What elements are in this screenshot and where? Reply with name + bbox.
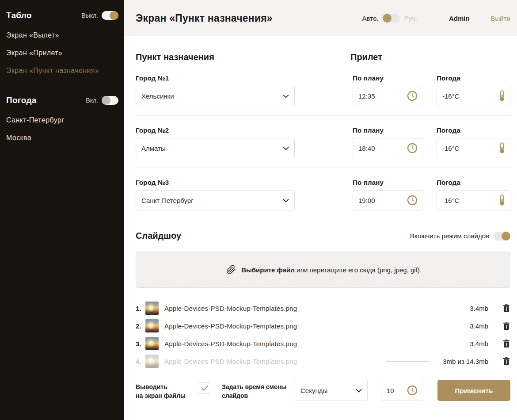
city-1-label: Город №1 [136, 74, 295, 82]
chevron-down-icon [283, 94, 289, 98]
slide-interval-label: Задать время смены слайдов [222, 380, 293, 400]
plan-3-value: 19:00 [358, 197, 375, 204]
weather-2-label: Погода [437, 126, 510, 134]
city-3-value: Санкт-Петербург [141, 197, 194, 204]
auto-manual-toggle[interactable] [383, 14, 399, 23]
file-number: 1. [136, 305, 145, 312]
sidebar-item-departure-screen[interactable]: Экран «Вылет» [6, 27, 118, 44]
plan-3-label: По плану [353, 179, 423, 186]
file-name: Apple-Devices-PSD-Mockup-Templates.png [164, 358, 297, 365]
city-3-select[interactable]: Санкт-Петербург [136, 190, 295, 210]
delete-file-button[interactable] [502, 357, 510, 366]
apply-button[interactable]: Применить [437, 380, 510, 401]
file-row-1: 1. Apple-Devices-PSD-Mockup-Templates.pn… [136, 299, 510, 317]
display-files-label: Выводить на экран файлы [136, 380, 195, 400]
interval-value: 10 [387, 387, 394, 394]
slideshow-toggle[interactable] [494, 232, 510, 241]
city-1-value: Хельсинки [141, 92, 174, 100]
logout-link[interactable]: Выйти [491, 15, 510, 22]
city-2-value: Алматы [141, 145, 166, 152]
plan-1-value: 12:35 [358, 92, 375, 100]
plan-1-label: По плану [353, 74, 423, 82]
plan-3-input[interactable]: 19:00 [353, 190, 423, 210]
destination-row-3: Город №3 Санкт-Петербург По плану 19:00 … [136, 179, 510, 210]
chevron-down-icon [283, 146, 289, 150]
upload-progress-bar [386, 361, 430, 362]
dropzone-bold: Выбирите файл [241, 266, 295, 274]
weather-3-label: Погода [437, 179, 510, 186]
plan-1-input[interactable]: 12:35 [353, 86, 423, 106]
topbar: Экран «Пункт назначения» Авто. Руч. Admi… [124, 0, 517, 36]
delete-file-button[interactable] [502, 339, 510, 348]
main-area: Экран «Пункт назначения» Авто. Руч. Admi… [124, 0, 517, 420]
weather-1-label: Погода [437, 74, 510, 82]
file-thumbnail [145, 302, 159, 315]
trash-icon [503, 322, 510, 330]
sidebar-item-destination-screen[interactable]: Экран «Пункт назначения» [6, 62, 118, 80]
sidebar-item-moscow[interactable]: Москва [6, 129, 118, 147]
destination-heading: Пункт назначения [136, 52, 214, 62]
clock-icon [407, 195, 418, 206]
file-thumbnail [145, 355, 159, 368]
sidebar-section-board: Табло Выкл. Экран «Вылет» Экран «Прилет»… [6, 11, 118, 80]
sidebar-item-spb[interactable]: Санкт-Петербург [6, 111, 118, 129]
sidebar-section-weather: Погода Вкл. Санкт-Петербург Москва [6, 95, 118, 147]
city-3-label: Город №3 [136, 179, 295, 186]
section-divider [136, 220, 510, 220]
delete-file-button[interactable] [502, 304, 510, 313]
dropzone-rest: или перетащите его сюда (png, jpeg, gif) [295, 266, 420, 274]
plan-2-value: 18:40 [358, 145, 375, 152]
time-unit-select[interactable]: Секунды [295, 380, 368, 401]
file-thumbnail [145, 319, 159, 332]
paperclip-icon [226, 265, 236, 275]
city-2-select[interactable]: Алматы [136, 138, 295, 158]
sidebar-item-arrival-screen[interactable]: Экран «Прилет» [6, 44, 118, 62]
weather-3-value: -16°C [442, 197, 460, 204]
trash-icon [503, 357, 510, 366]
file-list: 1. Apple-Devices-PSD-Mockup-Templates.pn… [136, 299, 510, 370]
file-size: 3.4mb [470, 340, 488, 347]
weather-1-input[interactable]: -16°C [437, 86, 510, 106]
weather-toggle-label: Вкл. [86, 97, 98, 104]
weather-3-input[interactable]: -16°C [437, 190, 510, 210]
thermometer-icon [499, 195, 505, 206]
checkmark-icon [201, 386, 208, 391]
city-1-select[interactable]: Хельсинки [136, 86, 295, 106]
dropzone-text: Выбирите файл или перетащите его сюда (p… [241, 266, 420, 274]
trash-icon [503, 304, 510, 313]
auto-mode-label: Авто. [362, 15, 379, 22]
trash-icon [503, 340, 510, 348]
weather-2-input[interactable]: -16°C [437, 138, 510, 158]
display-files-checkbox[interactable] [199, 382, 210, 394]
file-number: 2. [136, 322, 145, 330]
app-window: Табло Выкл. Экран «Вылет» Экран «Прилет»… [0, 0, 517, 420]
board-toggle[interactable] [102, 11, 118, 20]
file-name: Apple-Devices-PSD-Mockup-Templates.png [164, 305, 297, 312]
clock-icon [407, 91, 418, 101]
row-divider [136, 115, 510, 116]
interval-value-input[interactable]: 10 [381, 380, 423, 401]
file-dropzone[interactable]: Выбирите файл или перетащите его сюда (p… [136, 252, 510, 288]
weather-toggle[interactable] [102, 96, 118, 105]
destination-row-2: Город №2 Алматы По плану 18:40 Погода [136, 126, 510, 158]
delete-file-button[interactable] [502, 321, 510, 330]
chevron-down-icon [356, 389, 362, 393]
chevron-down-icon [283, 199, 289, 202]
plan-2-label: По плану [353, 126, 423, 134]
file-name: Apple-Devices-PSD-Mockup-Templates.png [164, 340, 297, 347]
file-thumbnail [145, 337, 159, 350]
plan-2-input[interactable]: 18:40 [353, 138, 423, 158]
city-2-label: Город №2 [136, 126, 295, 134]
slideshow-footer: Выводить на экран файлы Задать время сме… [136, 380, 510, 406]
slideshow-toggle-label: Включить режим слайдов [410, 232, 489, 240]
thermometer-icon [499, 90, 505, 102]
arrival-heading: Прилет [350, 52, 382, 62]
thermometer-icon [499, 142, 505, 154]
file-number: 4. [136, 358, 145, 365]
slideshow-heading: Слайдшоу [136, 231, 181, 241]
row-divider [136, 168, 510, 168]
weather-2-value: -16°C [442, 145, 460, 152]
clock-icon [407, 143, 418, 153]
sidebar-title-weather: Погода [6, 95, 37, 105]
weather-1-value: -16°C [442, 92, 460, 100]
